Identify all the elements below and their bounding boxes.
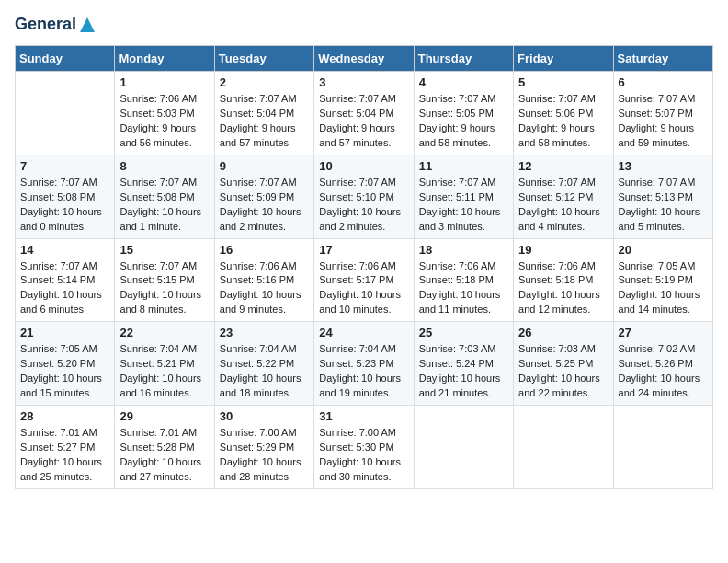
cell-info: Sunrise: 7:06 AM Sunset: 5:17 PM Dayligh… bbox=[319, 259, 408, 318]
calendar-cell bbox=[613, 406, 712, 489]
calendar-cell: 4Sunrise: 7:07 AM Sunset: 5:05 PM Daylig… bbox=[414, 72, 513, 155]
cell-info: Sunrise: 7:07 AM Sunset: 5:08 PM Dayligh… bbox=[119, 176, 209, 235]
logo-general-text: General bbox=[15, 15, 76, 34]
calendar-cell bbox=[16, 72, 115, 155]
calendar-cell: 15Sunrise: 7:07 AM Sunset: 5:15 PM Dayli… bbox=[115, 238, 214, 322]
day-number: 31 bbox=[319, 409, 408, 423]
day-number: 25 bbox=[419, 326, 508, 339]
header-cell-monday: Monday bbox=[115, 46, 214, 72]
calendar-cell: 6Sunrise: 7:07 AM Sunset: 5:07 PM Daylig… bbox=[613, 72, 712, 155]
calendar-cell: 23Sunrise: 7:04 AM Sunset: 5:22 PM Dayli… bbox=[214, 322, 313, 406]
day-number: 12 bbox=[518, 159, 608, 173]
cell-info: Sunrise: 7:07 AM Sunset: 5:05 PM Dayligh… bbox=[419, 92, 508, 151]
day-number: 7 bbox=[20, 159, 109, 173]
cell-info: Sunrise: 7:06 AM Sunset: 5:03 PM Dayligh… bbox=[119, 92, 209, 151]
day-number: 19 bbox=[518, 243, 608, 257]
calendar-week-4: 21Sunrise: 7:05 AM Sunset: 5:20 PM Dayli… bbox=[16, 322, 713, 406]
day-number: 17 bbox=[319, 243, 408, 257]
calendar-cell bbox=[414, 406, 513, 489]
calendar-cell: 26Sunrise: 7:03 AM Sunset: 5:25 PM Dayli… bbox=[514, 322, 613, 406]
day-number: 9 bbox=[220, 159, 309, 173]
calendar-cell: 28Sunrise: 7:01 AM Sunset: 5:27 PM Dayli… bbox=[16, 406, 115, 489]
page-header: General bbox=[15, 15, 713, 34]
cell-info: Sunrise: 7:05 AM Sunset: 5:19 PM Dayligh… bbox=[619, 259, 708, 318]
logo-icon bbox=[78, 16, 97, 34]
calendar-cell: 2Sunrise: 7:07 AM Sunset: 5:04 PM Daylig… bbox=[214, 72, 313, 155]
cell-info: Sunrise: 7:06 AM Sunset: 5:18 PM Dayligh… bbox=[518, 259, 608, 318]
calendar-week-2: 7Sunrise: 7:07 AM Sunset: 5:08 PM Daylig… bbox=[16, 155, 713, 238]
day-number: 28 bbox=[20, 409, 109, 423]
calendar-cell: 7Sunrise: 7:07 AM Sunset: 5:08 PM Daylig… bbox=[16, 155, 115, 238]
cell-info: Sunrise: 7:04 AM Sunset: 5:23 PM Dayligh… bbox=[319, 342, 408, 401]
day-number: 26 bbox=[518, 326, 608, 339]
calendar-cell: 16Sunrise: 7:06 AM Sunset: 5:16 PM Dayli… bbox=[214, 238, 313, 322]
calendar-cell bbox=[514, 406, 613, 489]
day-number: 11 bbox=[419, 159, 508, 173]
calendar-cell: 30Sunrise: 7:00 AM Sunset: 5:29 PM Dayli… bbox=[214, 406, 313, 489]
header-cell-saturday: Saturday bbox=[613, 46, 712, 72]
day-number: 10 bbox=[319, 159, 408, 173]
cell-info: Sunrise: 7:07 AM Sunset: 5:09 PM Dayligh… bbox=[220, 176, 309, 235]
header-cell-tuesday: Tuesday bbox=[214, 46, 313, 72]
day-number: 14 bbox=[20, 243, 109, 257]
cell-info: Sunrise: 7:06 AM Sunset: 5:16 PM Dayligh… bbox=[220, 259, 309, 318]
calendar-cell: 21Sunrise: 7:05 AM Sunset: 5:20 PM Dayli… bbox=[16, 322, 115, 406]
calendar-week-3: 14Sunrise: 7:07 AM Sunset: 5:14 PM Dayli… bbox=[16, 238, 713, 322]
header-cell-thursday: Thursday bbox=[414, 46, 513, 72]
cell-info: Sunrise: 7:01 AM Sunset: 5:27 PM Dayligh… bbox=[20, 426, 109, 485]
calendar-cell: 3Sunrise: 7:07 AM Sunset: 5:04 PM Daylig… bbox=[314, 72, 414, 155]
calendar-cell: 9Sunrise: 7:07 AM Sunset: 5:09 PM Daylig… bbox=[214, 155, 313, 238]
svg-marker-0 bbox=[80, 17, 95, 32]
day-number: 27 bbox=[619, 326, 708, 339]
day-number: 21 bbox=[20, 326, 109, 339]
calendar-cell: 20Sunrise: 7:05 AM Sunset: 5:19 PM Dayli… bbox=[613, 238, 712, 322]
calendar-cell: 1Sunrise: 7:06 AM Sunset: 5:03 PM Daylig… bbox=[115, 72, 214, 155]
calendar-body: 1Sunrise: 7:06 AM Sunset: 5:03 PM Daylig… bbox=[16, 72, 713, 489]
cell-info: Sunrise: 7:07 AM Sunset: 5:14 PM Dayligh… bbox=[20, 259, 109, 318]
calendar-week-1: 1Sunrise: 7:06 AM Sunset: 5:03 PM Daylig… bbox=[16, 72, 713, 155]
calendar-cell: 25Sunrise: 7:03 AM Sunset: 5:24 PM Dayli… bbox=[414, 322, 513, 406]
header-cell-wednesday: Wednesday bbox=[314, 46, 414, 72]
calendar-cell: 5Sunrise: 7:07 AM Sunset: 5:06 PM Daylig… bbox=[514, 72, 613, 155]
day-number: 18 bbox=[419, 243, 508, 257]
calendar-week-5: 28Sunrise: 7:01 AM Sunset: 5:27 PM Dayli… bbox=[16, 406, 713, 489]
cell-info: Sunrise: 7:07 AM Sunset: 5:04 PM Dayligh… bbox=[220, 92, 309, 151]
calendar-cell: 11Sunrise: 7:07 AM Sunset: 5:11 PM Dayli… bbox=[414, 155, 513, 238]
cell-info: Sunrise: 7:00 AM Sunset: 5:30 PM Dayligh… bbox=[319, 426, 408, 485]
day-number: 15 bbox=[119, 243, 209, 257]
header-row: SundayMondayTuesdayWednesdayThursdayFrid… bbox=[16, 46, 713, 72]
day-number: 5 bbox=[518, 75, 608, 89]
calendar-header: SundayMondayTuesdayWednesdayThursdayFrid… bbox=[16, 46, 713, 72]
cell-info: Sunrise: 7:06 AM Sunset: 5:18 PM Dayligh… bbox=[419, 259, 508, 318]
cell-info: Sunrise: 7:07 AM Sunset: 5:12 PM Dayligh… bbox=[518, 176, 608, 235]
day-number: 24 bbox=[319, 326, 408, 339]
day-number: 23 bbox=[220, 326, 309, 339]
cell-info: Sunrise: 7:07 AM Sunset: 5:11 PM Dayligh… bbox=[419, 176, 508, 235]
day-number: 22 bbox=[119, 326, 209, 339]
cell-info: Sunrise: 7:01 AM Sunset: 5:28 PM Dayligh… bbox=[119, 426, 209, 485]
day-number: 1 bbox=[119, 75, 209, 89]
calendar-cell: 29Sunrise: 7:01 AM Sunset: 5:28 PM Dayli… bbox=[115, 406, 214, 489]
calendar-cell: 8Sunrise: 7:07 AM Sunset: 5:08 PM Daylig… bbox=[115, 155, 214, 238]
cell-info: Sunrise: 7:02 AM Sunset: 5:26 PM Dayligh… bbox=[619, 342, 708, 401]
calendar-cell: 24Sunrise: 7:04 AM Sunset: 5:23 PM Dayli… bbox=[314, 322, 414, 406]
logo: General bbox=[15, 15, 97, 34]
day-number: 29 bbox=[119, 409, 209, 423]
calendar-cell: 12Sunrise: 7:07 AM Sunset: 5:12 PM Dayli… bbox=[514, 155, 613, 238]
day-number: 6 bbox=[619, 75, 708, 89]
calendar-cell: 10Sunrise: 7:07 AM Sunset: 5:10 PM Dayli… bbox=[314, 155, 414, 238]
day-number: 4 bbox=[419, 75, 508, 89]
cell-info: Sunrise: 7:07 AM Sunset: 5:06 PM Dayligh… bbox=[518, 92, 608, 151]
calendar-cell: 18Sunrise: 7:06 AM Sunset: 5:18 PM Dayli… bbox=[414, 238, 513, 322]
day-number: 16 bbox=[220, 243, 309, 257]
calendar-cell: 31Sunrise: 7:00 AM Sunset: 5:30 PM Dayli… bbox=[314, 406, 414, 489]
day-number: 8 bbox=[119, 159, 209, 173]
calendar-cell: 27Sunrise: 7:02 AM Sunset: 5:26 PM Dayli… bbox=[613, 322, 712, 406]
cell-info: Sunrise: 7:07 AM Sunset: 5:10 PM Dayligh… bbox=[319, 176, 408, 235]
header-cell-friday: Friday bbox=[514, 46, 613, 72]
day-number: 30 bbox=[220, 409, 309, 423]
cell-info: Sunrise: 7:04 AM Sunset: 5:21 PM Dayligh… bbox=[119, 342, 209, 401]
cell-info: Sunrise: 7:03 AM Sunset: 5:24 PM Dayligh… bbox=[419, 342, 508, 401]
cell-info: Sunrise: 7:00 AM Sunset: 5:29 PM Dayligh… bbox=[220, 426, 309, 485]
cell-info: Sunrise: 7:05 AM Sunset: 5:20 PM Dayligh… bbox=[20, 342, 109, 401]
